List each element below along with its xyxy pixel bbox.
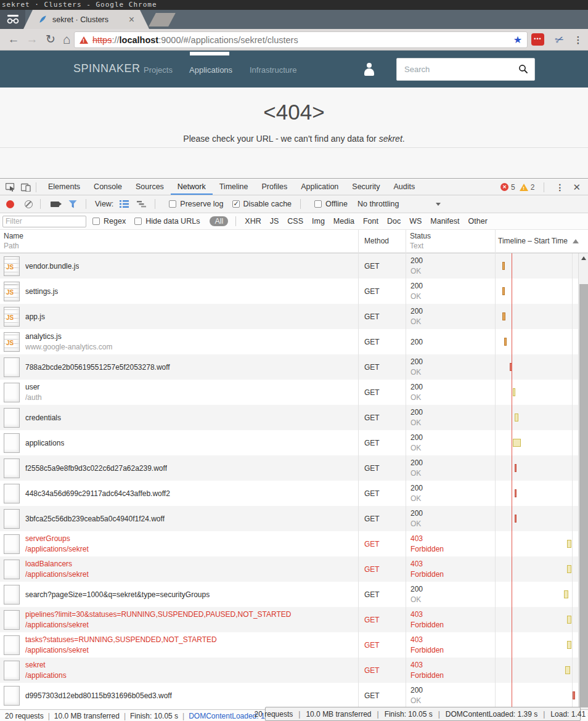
inspect-element-icon[interactable]: [6, 183, 15, 192]
table-row[interactable]: f2558c5a9e8fb9d3c022c6d27a62a239.woff GE…: [0, 455, 578, 481]
table-row[interactable]: pipelines?limit=30&statuses=RUNNING,SUSP…: [0, 607, 578, 632]
filter-type-css[interactable]: CSS: [287, 217, 303, 226]
preserve-log-checkbox[interactable]: [169, 200, 176, 208]
nav-item-infrastructure[interactable]: Infrastructure: [250, 65, 297, 75]
table-row[interactable]: JS analytics.js www.google-analytics.com…: [0, 329, 578, 354]
table-row[interactable]: credentials GET 200 OK: [0, 405, 578, 430]
column-divider[interactable]: [495, 230, 496, 709]
devtools-menu-icon[interactable]: [549, 182, 570, 192]
hide-data-urls-checkbox[interactable]: [134, 218, 142, 225]
browser-menu-icon[interactable]: [572, 31, 584, 49]
table-row[interactable]: tasks?statuses=RUNNING,SUSPENDED,NOT_STA…: [0, 632, 578, 658]
reload-icon[interactable]: [42, 31, 59, 48]
tab-sources[interactable]: Sources: [129, 179, 171, 195]
filter-type-doc[interactable]: Doc: [387, 217, 401, 226]
column-divider[interactable]: [358, 230, 359, 709]
tab-elements[interactable]: Elements: [41, 179, 87, 195]
record-icon[interactable]: [6, 200, 14, 208]
spinnaker-brand[interactable]: SPINNAKER: [73, 62, 141, 75]
filter-type-ws[interactable]: WS: [409, 217, 422, 226]
nav-item-applications[interactable]: Applications: [189, 65, 232, 75]
back-icon[interactable]: [5, 31, 22, 48]
filter-type-js[interactable]: JS: [270, 217, 279, 226]
column-header-text[interactable]: Text: [410, 242, 423, 250]
tab-security[interactable]: Security: [345, 179, 386, 195]
spinnaker-search-input[interactable]: [397, 59, 514, 80]
scissors-extension-icon[interactable]: [549, 29, 571, 51]
filter-type-media[interactable]: Media: [333, 217, 354, 226]
filter-type-all[interactable]: All: [210, 216, 228, 226]
warning-count-icon[interactable]: !: [520, 184, 528, 191]
tab-application[interactable]: Application: [294, 179, 345, 195]
column-header-status[interactable]: Status: [410, 232, 431, 240]
home-icon[interactable]: [58, 31, 75, 48]
column-divider[interactable]: [406, 230, 406, 709]
regex-label[interactable]: Regex: [104, 217, 126, 226]
error-count[interactable]: 5: [511, 183, 515, 192]
table-row[interactable]: serverGroups /applications/sekret GET 40…: [0, 531, 578, 556]
offline-label[interactable]: Offline: [325, 200, 348, 208]
table-row[interactable]: JS vendor.bundle.js GET 200 OK: [0, 253, 578, 279]
throttling-select[interactable]: No throttling: [357, 200, 399, 208]
table-row[interactable]: loadBalancers /applications/sekret GET 4…: [0, 556, 578, 582]
scrollbar[interactable]: [578, 253, 588, 709]
table-row[interactable]: JS app.js GET 200 OK: [0, 304, 578, 329]
disable-cache-label[interactable]: Disable cache: [243, 200, 292, 208]
filter-type-manifest[interactable]: Manifest: [430, 217, 459, 226]
extension-icon[interactable]: [531, 33, 544, 46]
table-row[interactable]: 3bfca25c56db239ceab5a0c4940f1f24.woff GE…: [0, 506, 578, 531]
url-text[interactable]: https://localhost:9000/#/applications/se…: [92, 35, 510, 45]
sort-arrow-icon[interactable]: [573, 239, 579, 243]
table-row[interactable]: 448c34a56d699c29117adc64c43affeb.woff2 G…: [0, 481, 578, 506]
tab-profiles[interactable]: Profiles: [255, 179, 294, 195]
error-count-icon[interactable]: [500, 183, 508, 191]
column-header-name[interactable]: Name: [4, 232, 23, 240]
regex-checkbox[interactable]: [92, 218, 100, 225]
filter-type-xhr[interactable]: XHR: [245, 217, 261, 226]
tab-timeline[interactable]: Timeline: [213, 179, 255, 195]
scrollbar-up-icon[interactable]: [581, 256, 586, 260]
spinnaker-search-box[interactable]: [396, 58, 535, 81]
tab-close-icon[interactable]: [129, 15, 134, 24]
address-bar[interactable]: ! https://localhost:9000/#/applications/…: [74, 31, 528, 48]
table-row[interactable]: 788a2bcde2b05619551257e5f2053278.woff GE…: [0, 354, 578, 380]
device-toolbar-icon[interactable]: [21, 183, 31, 192]
filter-type-font[interactable]: Font: [363, 217, 378, 226]
column-header-path[interactable]: Path: [4, 242, 19, 250]
disable-cache-checkbox[interactable]: [232, 200, 240, 208]
table-row[interactable]: user /auth GET 200 OK: [0, 380, 578, 405]
filter-type-other[interactable]: Other: [468, 217, 488, 226]
warning-count[interactable]: 2: [531, 183, 535, 192]
user-icon[interactable]: [364, 63, 375, 76]
table-row[interactable]: search?pageSize=1000&q=sekret&type=secur…: [0, 582, 578, 607]
scrollbar-thumb[interactable]: [579, 284, 588, 707]
new-tab-button[interactable]: [149, 13, 176, 26]
tab-audits[interactable]: Audits: [386, 179, 422, 195]
clear-icon[interactable]: [25, 200, 33, 208]
table-row[interactable]: d9957303d12ebd80115b931696b05ed3.woff GE…: [0, 683, 578, 708]
list-view-icon[interactable]: [120, 200, 129, 208]
hide-data-urls-label[interactable]: Hide data URLs: [145, 217, 200, 226]
nav-item-projects[interactable]: Projects: [144, 65, 173, 75]
column-header-timeline[interactable]: Timeline – Start Time: [498, 237, 568, 245]
offline-checkbox[interactable]: [314, 200, 322, 208]
filter-funnel-icon[interactable]: [68, 200, 77, 208]
waterfall-view-icon[interactable]: [137, 200, 146, 208]
tab-console[interactable]: Console: [87, 179, 129, 195]
column-header-method[interactable]: Method: [364, 237, 389, 245]
throttling-dropdown-arrow[interactable]: [436, 203, 441, 206]
preserve-log-label[interactable]: Preserve log: [180, 200, 223, 208]
network-filter-input[interactable]: [2, 216, 86, 227]
table-row[interactable]: sekret /applications GET 403 Forbidden: [0, 658, 578, 683]
forward-icon[interactable]: [23, 31, 41, 48]
table-row[interactable]: JS settings.js GET 200 OK: [0, 279, 578, 304]
security-warning-icon[interactable]: !: [80, 36, 88, 44]
devtools-close-icon[interactable]: [570, 182, 588, 193]
filter-type-img[interactable]: Img: [312, 217, 325, 226]
tab-network[interactable]: Network: [171, 179, 213, 195]
table-header[interactable]: Name Path Method Status Text Timeline – …: [0, 230, 588, 253]
bookmark-star-icon[interactable]: [513, 34, 522, 46]
screenshot-camera-icon[interactable]: [51, 202, 59, 207]
browser-tab[interactable]: sekret · Clusters: [23, 10, 149, 29]
table-row[interactable]: applications GET 200 OK: [0, 430, 578, 455]
